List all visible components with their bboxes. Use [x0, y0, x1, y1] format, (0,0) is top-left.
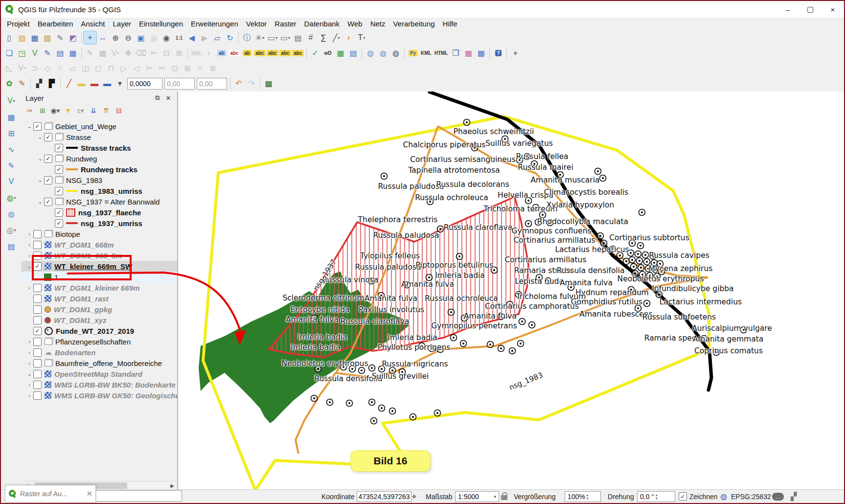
popup-close-icon[interactable]: ✕ — [86, 489, 92, 498]
delete-selected-icon[interactable]: ⌫ — [135, 47, 147, 60]
simplify-feature-icon[interactable]: ○ — [54, 62, 67, 74]
menu-erweiterungen[interactable]: Erweiterungen — [187, 18, 242, 29]
hook-tool-icon[interactable]: ∿ — [5, 143, 18, 156]
layer-checkbox[interactable] — [33, 370, 42, 378]
map-tips-icon[interactable]: ◗ — [343, 31, 355, 44]
expander-icon[interactable]: ⌄ — [25, 263, 33, 270]
layer-checkbox[interactable] — [33, 305, 42, 314]
save-project-as-icon[interactable]: ▥ — [41, 31, 54, 44]
toggle-editing-icon[interactable]: ✎ — [84, 47, 96, 60]
split-features-icon[interactable]: ✂ — [143, 62, 156, 74]
add-delimited-layer-icon[interactable]: ✎ — [41, 47, 54, 60]
pencil-blue-icon[interactable]: ✎ — [5, 159, 18, 172]
layer-row-funde-wt-2017-2019[interactable]: ✓Funde_WT_2017_2019 — [22, 325, 177, 336]
paste-features-icon[interactable]: ⊞ — [173, 47, 185, 60]
style-manager-icon[interactable]: ◩ — [67, 31, 79, 44]
layer-checkbox[interactable]: ✓ — [33, 122, 42, 131]
layer-row-wt-dgm1-rast[interactable]: WT_DGM1_rast — [22, 293, 177, 304]
menu-hilfe[interactable]: Hilfe — [439, 18, 461, 29]
vector-digitize-v-icon[interactable]: V▾ — [5, 94, 18, 107]
text-annotation-icon[interactable]: T▾ — [355, 31, 368, 44]
new-geopackage-icon[interactable]: ◳ — [16, 47, 28, 60]
menu-einstellungen[interactable]: Einstellungen — [135, 18, 187, 29]
remove-layer-icon[interactable]: ⊟ — [114, 105, 124, 116]
rotate-feature-icon[interactable]: ◇ — [41, 62, 54, 74]
digitize-value-field[interactable]: 0,0000 — [127, 78, 162, 90]
menu-projekt[interactable]: Projekt — [3, 18, 34, 29]
minimize-button[interactable]: – — [776, 1, 799, 18]
data-source-manager-icon[interactable]: ❏ — [3, 47, 16, 60]
select-features-icon[interactable]: ▭▾ — [266, 31, 279, 44]
label-abc-yellow-4-icon[interactable]: abc — [292, 47, 304, 60]
add-mesh-layer-icon[interactable]: ▤ — [54, 47, 67, 60]
filter-expression-icon[interactable]: ε▾ — [75, 105, 86, 116]
digitize-value-field[interactable]: 0,00 — [197, 78, 227, 90]
menu-web[interactable]: Web — [343, 18, 366, 29]
move-feature-icon[interactable]: ✥ — [122, 47, 135, 60]
layer-row-strasse[interactable]: ⌄✓Strasse — [22, 132, 177, 142]
expander-icon[interactable]: ⌄ — [25, 123, 33, 130]
layer-row-wt-dgm1-kleiner-669m[interactable]: ›WT_DGM1_kleiner 669m — [22, 282, 177, 293]
panel-close-icon[interactable]: ✕ — [163, 94, 173, 102]
filter-legend-icon[interactable]: ▼ — [63, 105, 73, 116]
layer-row-wt-dgm1-xyz[interactable]: WT_DGM1_xyz — [22, 315, 177, 325]
eraser-blue-icon[interactable]: ▬ — [101, 77, 114, 90]
measure-icon[interactable]: ╱▾ — [330, 31, 343, 44]
open-attribute-table-icon[interactable]: ▤ — [292, 31, 304, 44]
crs-value[interactable]: EPSG:25832 — [731, 490, 771, 503]
menu-verarbeitung[interactable]: Verarbeitung — [389, 18, 439, 29]
table-blue-icon[interactable]: ▦ — [475, 47, 487, 60]
menu-netz[interactable]: Netz — [366, 18, 389, 29]
check-geometries-icon[interactable]: ✓ — [309, 47, 321, 60]
menu-ansicht[interactable]: Ansicht — [77, 18, 109, 29]
expander-icon[interactable]: › — [25, 360, 33, 366]
crs-globe-icon[interactable]: ◍ — [720, 490, 727, 503]
grid-add-icon[interactable]: ⊞ — [5, 127, 18, 139]
vertex-tool-icon[interactable]: V▾ — [109, 47, 122, 60]
layer-row-wms-lgrb-bw-gk50-geologische-k[interactable]: ›WMS LGRB-BW GK50: Geologische K — [22, 390, 177, 401]
add-group-icon[interactable]: ⊞ — [37, 105, 48, 116]
expander-icon[interactable]: › — [25, 252, 33, 258]
label-abc-yellow-1-icon[interactable]: abc — [253, 47, 266, 60]
menu-bearbeiten[interactable]: Bearbeiten — [34, 18, 77, 29]
identify-features-icon[interactable]: ⓘ — [241, 31, 253, 44]
deselect-features-icon[interactable]: ▭▾ — [279, 31, 292, 44]
open-project-icon[interactable]: ▨ — [16, 31, 28, 44]
pan-to-selection-icon[interactable]: ↔ — [96, 31, 109, 44]
expander-icon[interactable]: › — [25, 231, 33, 237]
refresh-icon[interactable]: ↻ — [224, 31, 236, 44]
copy-features-icon[interactable]: ⊡ — [160, 47, 173, 60]
layer-row-nsg-1937-flaeche[interactable]: ✓nsg_1937_flaeche — [22, 207, 177, 218]
label-ab-pinned-icon[interactable]: ab — [215, 47, 228, 60]
layer-row-nsg-1937-alter-bannwald[interactable]: ⌄✓NSG_1937 = Alter Bannwald — [22, 196, 177, 207]
lock-scale-icon[interactable] — [501, 490, 507, 503]
label-abc-yellow-3-icon[interactable]: abc — [279, 47, 292, 60]
layer-row-biotope[interactable]: ›Biotope — [22, 229, 177, 239]
globe-add-icon[interactable]: ◍▾ — [5, 191, 18, 204]
grid-pink-icon[interactable]: ▦ — [462, 47, 475, 60]
layer-checkbox[interactable]: ✓ — [55, 165, 63, 174]
merge-attributes-icon[interactable]: ⊞ — [181, 62, 194, 74]
metasearch-globe-3-icon[interactable]: ◍ — [389, 47, 402, 60]
kml-tools-icon[interactable]: KML — [419, 47, 433, 60]
layer-checkbox[interactable]: ✓ — [44, 198, 52, 206]
layer-row-nsg-1983[interactable]: ⌄✓NSG_1983 — [22, 175, 177, 185]
layer-row-nsg-1937-umriss[interactable]: ✓nsg_1937_umriss — [22, 218, 177, 229]
zoom-next-icon[interactable]: ▶ — [198, 31, 211, 44]
layer-checkbox[interactable] — [33, 284, 42, 292]
save-edits-icon[interactable]: ▦ — [96, 47, 109, 60]
statistics-icon[interactable]: ∑ — [317, 31, 330, 44]
zoom-full-icon[interactable]: ▣ — [135, 31, 147, 44]
layer-checkbox[interactable] — [33, 316, 42, 324]
layer-checkbox[interactable]: ✓ — [33, 327, 42, 335]
menu-vektor[interactable]: Vektor — [242, 18, 271, 29]
rings-tool-icon[interactable]: ◎▾ — [5, 224, 18, 236]
layer-checkbox[interactable]: ✓ — [55, 219, 63, 228]
db-table-icon[interactable]: ▤ — [5, 240, 18, 252]
layer-checkbox[interactable]: ✓ — [33, 262, 42, 271]
coordinate-field[interactable]: 473524,5397263 — [357, 491, 411, 502]
layer-checkbox[interactable] — [33, 381, 42, 389]
python-console-icon[interactable]: Py — [407, 47, 419, 60]
collapse-all-icon[interactable]: ⇈ — [101, 105, 112, 116]
label-ab-yellow-icon[interactable]: ab — [241, 47, 253, 60]
